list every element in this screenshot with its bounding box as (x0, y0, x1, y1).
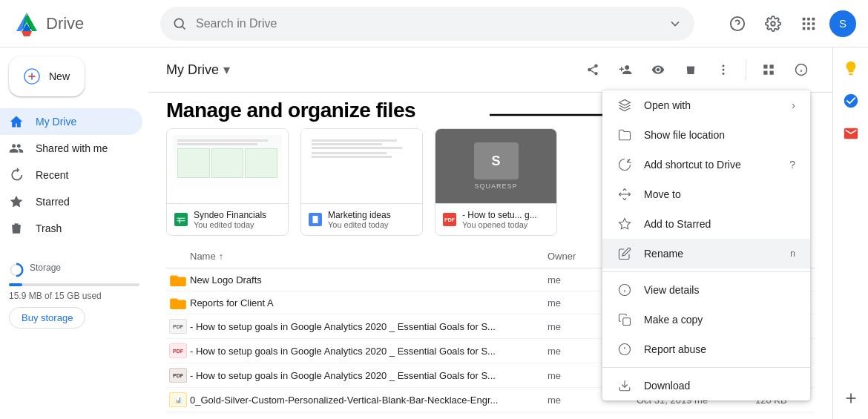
svg-rect-24 (812, 27, 815, 30)
plus-icon (24, 68, 40, 85)
trash-icon (9, 221, 24, 236)
search-input[interactable] (196, 17, 659, 30)
file-info-howto: PDF - How to setu... g... You opened tod… (435, 203, 556, 235)
svg-rect-17 (807, 17, 810, 20)
svg-rect-23 (807, 27, 810, 30)
move-icon (617, 187, 632, 202)
storage-icon (9, 263, 24, 277)
menu-item-report-abuse[interactable]: Report abuse (602, 334, 810, 364)
file-thumb-howto: S SQUARESP (435, 129, 556, 203)
settings-icon (765, 16, 781, 32)
svg-line-12 (183, 26, 185, 29)
menu-item-show-location-label: Show file location (644, 129, 795, 141)
file-modified-syndeo: You edited today (194, 220, 280, 229)
svg-point-30 (723, 73, 725, 75)
sidebar-item-recent[interactable]: Recent (0, 162, 142, 188)
row-name: - How to setup goals in Google Analytics… (190, 321, 548, 332)
new-button[interactable]: New (9, 56, 85, 96)
file-card-marketing[interactable]: Marketing ideas You edited today (300, 128, 423, 236)
add-user-button[interactable] (612, 56, 639, 83)
row-name: 0_Gold-Silver-Custom-Personalized-Vertic… (190, 395, 548, 406)
menu-item-download-label: Download (644, 380, 795, 392)
settings-button[interactable] (758, 9, 788, 39)
sort-icon: ↑ (219, 251, 224, 262)
file-name-info-howto: - How to setu... g... You opened today (462, 210, 549, 229)
drive-logo-icon (12, 9, 42, 39)
tasks-icon (843, 93, 859, 109)
toolbar-right (579, 56, 815, 83)
row-folder-icon (166, 273, 190, 286)
download-icon (617, 378, 632, 393)
toolbar-divider (746, 59, 746, 80)
apps-button[interactable] (794, 9, 823, 39)
context-menu: Open with › Show file location (602, 90, 810, 400)
right-sidebar (832, 47, 868, 419)
open-with-icon (617, 98, 632, 113)
svg-rect-22 (803, 27, 806, 30)
storage-bar-container (9, 283, 139, 286)
delete-icon (684, 63, 697, 76)
menu-item-add-starred[interactable]: Add to Starred (602, 209, 810, 239)
menu-item-make-copy-label: Make a copy (644, 314, 795, 326)
menu-item-add-shortcut[interactable]: Add shortcut to Drive ? (602, 150, 810, 179)
logo-area: Drive (12, 9, 145, 39)
star-icon (617, 217, 632, 231)
svg-marker-49 (619, 219, 631, 229)
row-name: - How to setup goals in Google Analytics… (190, 370, 548, 381)
menu-item-show-location[interactable]: Show file location (602, 120, 810, 150)
file-thumb-syndeo (167, 129, 288, 203)
svg-rect-40 (177, 216, 185, 224)
row-pdf-icon3: PDF (166, 368, 190, 383)
svg-rect-21 (812, 22, 815, 25)
share-button[interactable] (579, 56, 606, 83)
sidebar-item-starred-label: Starred (36, 196, 70, 208)
sidebar-item-shared-label: Shared with me (36, 142, 108, 154)
avatar[interactable]: S (829, 10, 856, 37)
delete-button[interactable] (677, 56, 704, 83)
sidebar-item-my-drive[interactable]: My Drive (0, 108, 142, 135)
file-name-syndeo: Syndeo Financials (194, 210, 280, 220)
menu-item-rename[interactable]: Rename n (602, 239, 810, 268)
recent-icon (9, 168, 24, 182)
col-name-header[interactable]: Name ↑ (190, 251, 548, 262)
buy-storage-button[interactable]: Buy storage (9, 307, 85, 329)
right-panel-add-button[interactable] (836, 383, 866, 413)
menu-item-move-to[interactable]: Move to (602, 179, 810, 209)
file-card-syndeo[interactable]: Syndeo Financials You edited today (166, 128, 289, 236)
search-dropdown-icon[interactable] (668, 16, 683, 31)
sidebar-item-shared[interactable]: Shared with me (0, 135, 142, 162)
right-panel-tasks-button[interactable] (836, 86, 866, 116)
grid-view-button[interactable] (755, 56, 782, 83)
more-options-button[interactable] (710, 56, 737, 83)
file-card-howto[interactable]: S SQUARESP PDF - How to setu... g... You… (435, 128, 557, 236)
menu-item-view-details[interactable]: View details (602, 275, 810, 305)
breadcrumb[interactable]: My Drive ▾ (166, 62, 230, 78)
sidebar-item-trash[interactable]: Trash (0, 215, 142, 242)
app-title: Drive (46, 14, 84, 33)
row-pdf-icon2: PDF (166, 343, 190, 358)
svg-rect-16 (803, 17, 806, 20)
file-name-info-syndeo: Syndeo Financials You edited today (194, 210, 280, 229)
info-panel-button[interactable] (788, 56, 815, 83)
menu-divider-2 (602, 367, 810, 368)
menu-item-open-with[interactable]: Open with › (602, 90, 810, 120)
help-button[interactable] (723, 9, 752, 39)
menu-item-download[interactable]: Download (602, 371, 810, 400)
file-modified-howto: You opened today (462, 220, 549, 229)
keep-icon (843, 60, 859, 76)
pdf-icon: PDF (443, 213, 456, 226)
add-icon (24, 68, 40, 85)
svg-rect-33 (763, 71, 767, 75)
row-folder-icon (166, 296, 190, 309)
right-panel-calendar-button[interactable] (836, 53, 866, 83)
preview-button[interactable] (645, 56, 671, 83)
apps-icon (800, 16, 817, 32)
sidebar-item-starred[interactable]: Starred (0, 188, 142, 215)
file-thumb-marketing (301, 129, 422, 203)
right-panel-contacts-button[interactable] (836, 119, 866, 148)
menu-item-make-copy[interactable]: Make a copy (602, 305, 810, 334)
preview-icon (651, 63, 665, 76)
search-bar[interactable] (160, 7, 694, 41)
contacts-icon (843, 125, 859, 142)
breadcrumb-text: My Drive (166, 62, 219, 78)
